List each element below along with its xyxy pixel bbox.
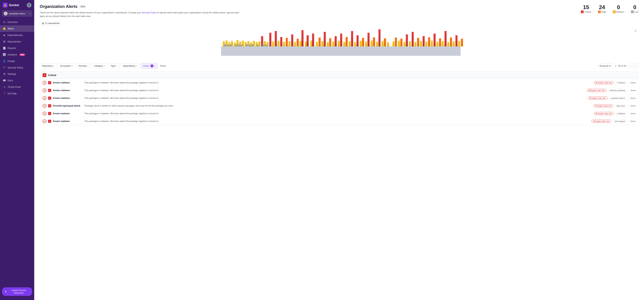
- svg-rect-73: [286, 38, 288, 46]
- sidebar-item-reports[interactable]: 📄 Reports: [0, 45, 34, 51]
- supply-chain-risk-tag: Supply chain risk: [587, 89, 606, 92]
- socket-logo-icon: 🔒: [3, 3, 8, 8]
- main-content: Organization Alerts Beta These are the a…: [34, 0, 644, 300]
- alert-blocked-icon: ⊘: [42, 96, 46, 100]
- sidebar-item-get-help[interactable]: ❓ Get help: [0, 90, 34, 97]
- svg-rect-78: [362, 38, 364, 46]
- svg-rect-46: [431, 41, 433, 46]
- repositories-icon: ⊞: [3, 40, 6, 43]
- sidebar-item-settings[interactable]: ⚙ Settings: [0, 71, 34, 77]
- svg-rect-51: [458, 41, 460, 46]
- sidebar-item-docs-label: Docs: [8, 79, 13, 82]
- alert-tags: Supply chain risk mini-suggest → Direct: [592, 120, 636, 123]
- sidebar-item-overview[interactable]: ⊙ Overview: [0, 19, 34, 25]
- svg-rect-71: [444, 31, 446, 46]
- alert-arrow-icon: ›: [82, 105, 83, 107]
- sidebar-item-analytics[interactable]: 📊 Analytics New: [0, 51, 34, 58]
- artifact-tag: 2 artifacts: [615, 81, 627, 84]
- svg-rect-50: [453, 41, 455, 46]
- chevron-down-icon: ▾: [30, 13, 30, 15]
- alert-arrow-icon: ›: [82, 82, 83, 84]
- svg-rect-63: [351, 31, 353, 46]
- svg-rect-17: [272, 41, 274, 46]
- chart-container: ×: [40, 28, 638, 59]
- alert-row[interactable]: ⊘ C Known malware › This package is malw…: [40, 117, 638, 125]
- svg-rect-89: [227, 44, 228, 46]
- install-extension-button[interactable]: ⚙ Install Chrome Extension: [2, 287, 32, 296]
- svg-rect-38: [387, 42, 389, 46]
- critical-section-badge: C: [42, 73, 46, 77]
- alert-tags: Supply chain risk 2 artifacts → Direct: [594, 112, 636, 115]
- beta-badge: Beta: [80, 5, 86, 8]
- sidebar-user-menu[interactable]: s socketdev-demo ▾: [2, 10, 32, 17]
- get-help-icon: ❓: [3, 92, 6, 95]
- pagination-prev-button[interactable]: ‹: [628, 64, 633, 68]
- svg-rect-30: [343, 42, 345, 46]
- user-dot-icon: s: [4, 12, 8, 16]
- category-filter[interactable]: Category ▾: [92, 63, 107, 68]
- repository-filter-label: Repository: [42, 65, 52, 67]
- severity-filter[interactable]: Severity ▾: [76, 63, 90, 68]
- stat-low-label: L Low: [631, 11, 638, 13]
- chart-close-button[interactable]: ×: [634, 29, 636, 33]
- artifact-tag: rgb-to-hex: [614, 104, 627, 107]
- security-policy-link[interactable]: Security Policy: [142, 11, 156, 14]
- type-filter[interactable]: Type ▾: [108, 63, 119, 68]
- alert-description: Package name is similar to other popular…: [84, 104, 592, 107]
- repo-grid-icon: ▤: [42, 22, 44, 25]
- alert-blocked-icon: ⊘: [42, 112, 46, 115]
- user-avatar[interactable]: 👤: [27, 3, 32, 8]
- repo-count-label: 12 repositories: [45, 22, 60, 25]
- critical-section-title: Critical: [48, 74, 56, 77]
- sidebar-item-people[interactable]: 👤 People: [0, 58, 34, 64]
- alert-arrow-icon: ›: [82, 120, 83, 122]
- svg-rect-59: [312, 34, 314, 46]
- repo-count-button[interactable]: ▤ 12 repositories: [40, 21, 62, 26]
- threat-feed-icon: ⚠: [3, 85, 6, 89]
- sidebar-item-overview-label: Overview: [8, 21, 18, 24]
- svg-rect-39: [392, 41, 394, 46]
- alert-row[interactable]: ⊘ C Known malware › This package is malw…: [40, 94, 638, 102]
- type-filter-label: Type: [110, 65, 115, 67]
- action-chevron-icon: ▾: [154, 65, 155, 67]
- sidebar-item-security-policy[interactable]: 🛡 Security Policy: [0, 64, 34, 71]
- pagination-next-button[interactable]: ›: [634, 64, 638, 68]
- alert-name: Known malware: [53, 81, 80, 84]
- svg-rect-29: [338, 41, 340, 46]
- svg-rect-95: [249, 44, 250, 46]
- sidebar-item-alerts[interactable]: 🔔 Alerts: [0, 25, 34, 32]
- sidebar-item-docs[interactable]: 📖 Docs: [0, 77, 34, 84]
- action-filter[interactable]: Action 3 ▾: [141, 63, 158, 69]
- dependency-type-tag: → Direct: [628, 105, 636, 107]
- alert-row[interactable]: ⊘ C Known malware › This package is malw…: [40, 87, 638, 94]
- svg-rect-64: [356, 35, 358, 46]
- svg-rect-66: [378, 29, 380, 46]
- svg-rect-43: [414, 42, 416, 46]
- sidebar-item-threat-feed[interactable]: ⚠ Threat Feed: [0, 84, 34, 90]
- alert-description: This package is malware. We have asked t…: [84, 112, 592, 115]
- group-by-chevron-icon: ▾: [610, 65, 611, 67]
- artifact-tag: bhai4you-phishing: [608, 89, 627, 92]
- alert-tags: Supply chain risk rgb-to-hex → Direct: [594, 104, 636, 107]
- alert-name: Known malware: [53, 120, 80, 122]
- svg-rect-58: [306, 35, 309, 46]
- svg-rect-93: [240, 44, 242, 46]
- sidebar-item-repositories[interactable]: ⊞ Repositories: [0, 38, 34, 45]
- dependencies-icon: ◈: [3, 34, 6, 37]
- group-by-button[interactable]: Group by ▾: [597, 63, 613, 68]
- ecosystem-filter[interactable]: Ecosystem ▾: [58, 63, 75, 68]
- dependency-filter[interactable]: Dependency ▾: [121, 63, 140, 68]
- svg-rect-74: [297, 39, 299, 46]
- main-inner: Organization Alerts Beta These are the a…: [34, 0, 644, 300]
- alert-row[interactable]: ⊘ C Possible typosquat attack › Package …: [40, 102, 638, 110]
- alert-row[interactable]: ⊘ C Known malware › This package is malw…: [40, 79, 638, 87]
- stat-medium-label: M Medium: [613, 11, 624, 13]
- alert-blocked-icon: ⊘: [42, 104, 46, 108]
- repository-filter[interactable]: Repository ▾: [40, 63, 56, 68]
- sidebar-item-analytics-label: Analytics: [8, 53, 17, 56]
- reset-filters-button[interactable]: Reset: [159, 64, 167, 68]
- alert-row[interactable]: ⊘ C Known malware › This package is malw…: [40, 110, 638, 117]
- sidebar-item-dependencies[interactable]: ◈ Dependencies: [0, 32, 34, 38]
- alert-arrow-icon: ›: [82, 97, 83, 99]
- alert-description: This package is malware. We have asked t…: [84, 89, 585, 92]
